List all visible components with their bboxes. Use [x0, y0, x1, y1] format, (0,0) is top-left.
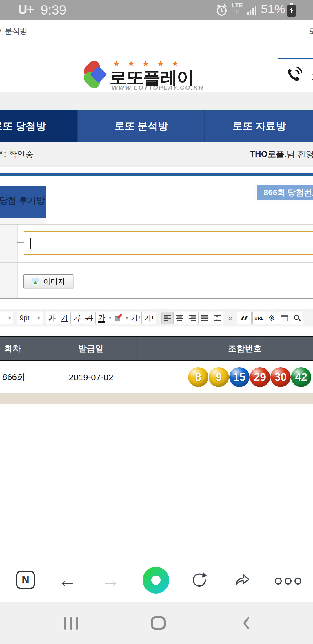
site-logo-mark[interactable]: [86, 60, 105, 89]
form-divider-3: [0, 298, 313, 299]
status-bar: U+ 9:39 LTE ↓↑ 51%: [0, 0, 313, 20]
home-button[interactable]: [151, 616, 166, 630]
refresh-button[interactable]: [191, 572, 208, 588]
round-number-button[interactable]: 866회 당첨번호: [257, 185, 313, 200]
blue-divider: [0, 173, 313, 176]
line-height-icon: [214, 315, 221, 321]
url-button[interactable]: URL: [252, 312, 265, 324]
font-size-select[interactable]: 9pt ▾: [17, 312, 43, 324]
font-color-dropdown[interactable]: ▾: [108, 312, 112, 324]
form-label-block: [0, 218, 46, 224]
font-color-button[interactable]: 가: [95, 312, 108, 324]
browser-back-button[interactable]: ←: [58, 569, 77, 591]
nav-tab-analysis[interactable]: 로또 분석방: [77, 110, 205, 142]
form-divider-4: [0, 300, 313, 300]
android-back-icon: [242, 616, 250, 630]
chevron-down-icon: ▾: [9, 316, 11, 320]
align-center-button[interactable]: [173, 312, 186, 324]
signal-icon: [247, 5, 259, 15]
naver-app-button[interactable]: N: [16, 571, 35, 589]
cell-round: 866회: [2, 361, 26, 393]
strikethrough-button[interactable]: 가: [83, 312, 96, 324]
android-back-button[interactable]: [242, 616, 250, 631]
phone-screen: U+ 9:39 LTE ↓↑ 51% 가분석방 로 ★ ★ ★ ★ ★ 로또플레…: [0, 0, 313, 644]
form-divider-1: [0, 224, 313, 225]
share-button[interactable]: [234, 572, 250, 587]
nav-tab-win[interactable]: 로또 당첨방: [0, 110, 77, 142]
table-button[interactable]: [278, 312, 291, 324]
lte-icon: LTE ↓↑: [232, 2, 243, 15]
form-label-column: [0, 225, 18, 299]
align-justify-button[interactable]: [198, 312, 211, 324]
lotto-ball: 42: [291, 367, 311, 387]
status-time: 9:39: [41, 2, 67, 18]
text-cursor: [30, 238, 31, 249]
tab-review-board[interactable]: 당첨 후기방: [0, 186, 46, 218]
highlight-icon: [115, 314, 122, 321]
more-icon: [275, 578, 282, 585]
battery-icon: [287, 3, 296, 17]
chevron-down-icon: ▾: [109, 316, 111, 320]
bold-button[interactable]: 가: [46, 312, 58, 324]
greendot-button[interactable]: [143, 567, 169, 594]
welcome-text: THO로플.님 환영합니다: [250, 149, 313, 160]
nav-tab-data[interactable]: 로또 자료방: [204, 110, 313, 142]
recents-button[interactable]: [64, 617, 78, 630]
align-justify-icon: [201, 315, 208, 321]
lotto-balls: 8 9 15 29 30 42: [188, 367, 311, 387]
highlight-dropdown[interactable]: ▾: [125, 312, 129, 324]
align-center-icon: [176, 315, 183, 321]
main-nav: 로또 당첨방 로또 분석방 로또 자료방: [0, 110, 313, 142]
col-header-date: 발급일: [46, 337, 136, 360]
search-button[interactable]: [291, 312, 303, 324]
toolbar-overflow-chevron[interactable]: »: [226, 312, 235, 324]
share-icon: [234, 572, 250, 587]
results-table-header: 회차 발급일 조합번호: [0, 336, 313, 361]
header-gray-band: [0, 92, 313, 110]
top-menu-partial-right[interactable]: 로: [309, 26, 313, 36]
login-status-text: 부: 확인중: [0, 149, 34, 160]
user-bar: 부: 확인중 THO로플.님 환영합니다: [0, 142, 313, 167]
align-right-icon: [189, 315, 196, 321]
lotto-ball: 9: [209, 367, 229, 387]
lte-arrows: ↓↑: [235, 9, 240, 14]
phone-contact-box[interactable]: 자: [278, 58, 313, 94]
underline-button[interactable]: 가: [58, 312, 71, 324]
alarm-icon: [215, 3, 228, 18]
highlight-button[interactable]: [112, 312, 125, 324]
post-title-input[interactable]: [24, 231, 313, 255]
image-icon: [32, 278, 39, 285]
search-icon: [294, 314, 301, 321]
chevron-down-icon: ▾: [126, 316, 128, 320]
subscript-button[interactable]: 가1: [141, 312, 156, 324]
col-header-numbers: 조합번호: [136, 337, 313, 360]
table-row: 866회 2019-07-02 8 9 15 29 30 42: [0, 361, 313, 393]
font-family-select[interactable]: ▾: [0, 312, 13, 324]
align-left-button[interactable]: [161, 312, 174, 324]
top-menu-partial-left[interactable]: 가분석방: [0, 26, 27, 36]
more-menu-button[interactable]: [275, 578, 301, 585]
carrier-label: U+: [18, 2, 33, 17]
recents-icon: [64, 617, 66, 630]
superscript-button[interactable]: 가1: [129, 312, 142, 324]
battery-percent: 51%: [261, 2, 285, 16]
attach-image-button[interactable]: 이미지: [23, 274, 73, 288]
lotto-ball: 8: [188, 367, 208, 387]
username: THO로플: [250, 149, 284, 159]
editor-toolbar: ▾ 9pt ▾ 가 가 가 가 가 ▾ ▾ 가1 가1 » “ URL: [0, 309, 313, 326]
browser-forward-button[interactable]: →: [101, 569, 120, 591]
special-char-button[interactable]: ※: [265, 312, 278, 324]
browser-nav-bar: N ← →: [0, 558, 313, 602]
italic-button[interactable]: 가: [70, 312, 83, 324]
lotto-ball: 15: [229, 367, 250, 387]
back-arrow-icon: ←: [58, 569, 77, 591]
refresh-icon: [191, 572, 208, 588]
beige-strip: [0, 393, 313, 404]
quote-button[interactable]: “: [237, 312, 252, 324]
form-divider-2: [0, 262, 313, 263]
phone-icon: [285, 67, 302, 85]
lotto-ball: 30: [270, 367, 291, 387]
lotto-ball: 29: [250, 367, 270, 387]
line-height-button[interactable]: [211, 312, 223, 324]
align-right-button[interactable]: [186, 312, 199, 324]
